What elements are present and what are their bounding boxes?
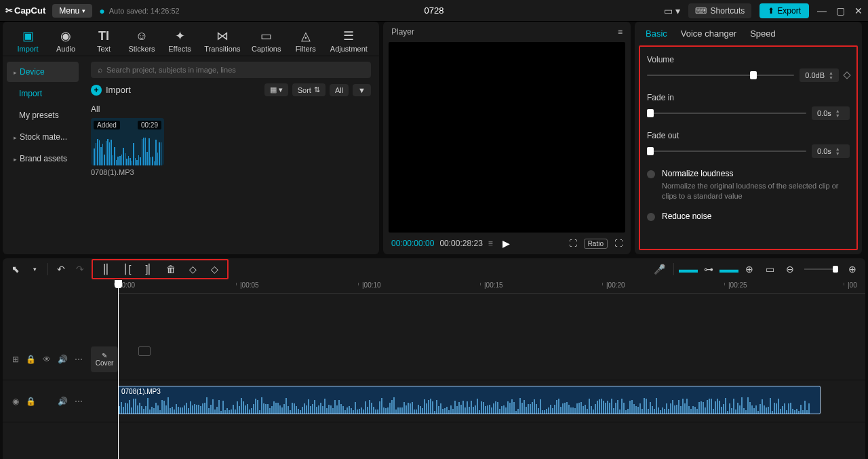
marker-out-icon[interactable]: ◇ bbox=[208, 263, 220, 275]
snap-icon[interactable]: ▬▬ bbox=[723, 263, 735, 275]
pencil-icon: ✎ bbox=[102, 352, 107, 359]
sidebar-item-presets[interactable]: My presets bbox=[7, 105, 79, 125]
preview-icon[interactable]: ▭ bbox=[764, 263, 776, 275]
search-input[interactable] bbox=[106, 66, 364, 74]
props-tab-basic[interactable]: Basic bbox=[646, 28, 667, 39]
track-mute-icon[interactable]: 🔊 bbox=[58, 397, 68, 406]
audio-track-icon[interactable]: ◉ bbox=[12, 397, 19, 406]
media-filename: 0708(1).MP3 bbox=[91, 168, 164, 176]
audio-icon: ◉ bbox=[60, 28, 71, 43]
zoom-in-icon[interactable]: ⊕ bbox=[846, 263, 859, 275]
tab-stickers[interactable]: ☺Stickers bbox=[123, 26, 160, 56]
marker-in-icon[interactable]: ◇ bbox=[186, 263, 199, 275]
menu-button[interactable]: Menu ▾ bbox=[52, 4, 92, 18]
sidebar-item-brand[interactable]: ▸Brand assets bbox=[7, 148, 79, 169]
adjustment-icon: ☰ bbox=[343, 28, 354, 43]
sidebar-item-stock[interactable]: ▸Stock mate... bbox=[7, 127, 79, 147]
list-icon[interactable]: ≡ bbox=[488, 239, 493, 248]
track-lock-icon[interactable]: 🔒 bbox=[26, 355, 36, 364]
normalize-checkbox[interactable] bbox=[647, 170, 655, 178]
tab-filters[interactable]: ◬Filters bbox=[288, 26, 324, 56]
reduce-noise-checkbox[interactable] bbox=[647, 213, 655, 221]
mic-icon[interactable]: 🎤 bbox=[653, 263, 665, 275]
fadeout-value[interactable]: 0.0s▲▼ bbox=[812, 144, 850, 158]
sidebar-item-import[interactable]: Import bbox=[7, 83, 79, 104]
shortcuts-button[interactable]: ⌨Shortcuts bbox=[688, 3, 752, 18]
zoom-slider[interactable] bbox=[804, 268, 838, 270]
tab-effects[interactable]: ✦Effects bbox=[161, 26, 198, 56]
tab-import[interactable]: ▣Import bbox=[9, 26, 46, 56]
media-item[interactable]: Added 00:29 0708(1).MP3 bbox=[91, 118, 164, 176]
captions-icon: ▭ bbox=[260, 28, 272, 43]
track-more-icon[interactable]: ⋯ bbox=[75, 397, 83, 406]
normalize-desc: Normalize the original loudness of the s… bbox=[662, 181, 850, 202]
tab-transitions[interactable]: ⋈Transitions bbox=[199, 26, 245, 56]
close-icon[interactable]: ✕ bbox=[854, 5, 863, 16]
duration-label: 00:29 bbox=[138, 121, 161, 129]
video-placeholder[interactable] bbox=[138, 346, 151, 356]
cursor-tool-icon[interactable]: ⬉ bbox=[9, 263, 22, 275]
section-label-all: All bbox=[91, 104, 371, 114]
minimize-icon[interactable]: — bbox=[817, 5, 827, 16]
undo-icon[interactable]: ↶ bbox=[55, 263, 67, 275]
fadein-slider[interactable] bbox=[647, 113, 806, 114]
project-title: 0728 bbox=[425, 5, 444, 16]
volume-value[interactable]: 0.0dB▲▼ bbox=[800, 68, 839, 82]
player-title: Player bbox=[391, 27, 414, 37]
search-icon: ⌕ bbox=[98, 65, 102, 75]
zoom-out-icon[interactable]: ⊖ bbox=[784, 263, 796, 275]
app-logo: ✂ CapCut bbox=[5, 5, 45, 16]
volume-slider[interactable] bbox=[647, 75, 794, 76]
fadein-label: Fade in bbox=[647, 93, 850, 102]
link-icon[interactable]: ⊶ bbox=[703, 263, 715, 275]
playhead[interactable] bbox=[118, 280, 119, 459]
ratio-button[interactable]: Ratio bbox=[584, 239, 608, 249]
audio-clip[interactable]: 0708(1).MP3 bbox=[118, 386, 821, 414]
sidebar-item-device[interactable]: ▸Device bbox=[7, 62, 79, 82]
import-button[interactable]: +Import bbox=[91, 85, 131, 96]
tab-audio[interactable]: ◉Audio bbox=[47, 26, 84, 56]
maximize-icon[interactable]: ▢ bbox=[836, 5, 845, 16]
view-grid-button[interactable]: ▦ ▾ bbox=[264, 83, 288, 96]
props-tab-voice[interactable]: Voice changer bbox=[681, 28, 736, 39]
props-tab-speed[interactable]: Speed bbox=[750, 28, 776, 39]
play-button[interactable]: ▶ bbox=[502, 238, 510, 249]
track-settings-icon[interactable]: ⊞ bbox=[12, 355, 19, 364]
fullscreen-icon[interactable]: ⛶ bbox=[614, 239, 623, 248]
export-button[interactable]: ⬆Export bbox=[760, 3, 809, 18]
split-icon[interactable]: ⎥⎢ bbox=[100, 263, 112, 275]
crop-icon[interactable]: ⛶ bbox=[569, 239, 577, 248]
track-lock-icon[interactable]: 🔒 bbox=[26, 397, 36, 406]
track-more-icon[interactable]: ⋯ bbox=[75, 355, 83, 364]
filter-icon-button[interactable]: ▼ bbox=[353, 84, 371, 96]
transitions-icon: ⋈ bbox=[216, 28, 229, 43]
player-viewport[interactable] bbox=[389, 42, 625, 233]
edit-tools-highlight: ⎥⎢ ⎢[ ]⎢ 🗑 ◇ ◇ bbox=[92, 259, 229, 279]
ruler-tick: |00:05 bbox=[240, 281, 259, 289]
tab-captions[interactable]: ▭Captions bbox=[247, 26, 286, 56]
sort-button[interactable]: Sort ⇅ bbox=[292, 83, 326, 96]
cover-button[interactable]: ✎ Cover bbox=[91, 346, 118, 372]
filter-all-button[interactable]: All bbox=[330, 84, 349, 96]
stickers-icon: ☺ bbox=[136, 28, 148, 43]
track-mute-icon[interactable]: 🔊 bbox=[58, 355, 68, 364]
aspect-icon[interactable]: ▭ ▾ bbox=[664, 5, 680, 16]
ruler-tick: |00:25 bbox=[728, 281, 747, 289]
split-left-icon[interactable]: ⎢[ bbox=[121, 263, 134, 275]
align-icon[interactable]: ⊕ bbox=[743, 263, 755, 275]
keyframe-icon[interactable] bbox=[843, 71, 850, 79]
tab-text[interactable]: TIText bbox=[85, 26, 122, 56]
redo-icon[interactable]: ↷ bbox=[74, 263, 86, 275]
import-icon: ▣ bbox=[22, 28, 34, 43]
player-menu-icon[interactable]: ≡ bbox=[618, 27, 623, 37]
time-current: 00:00:00:00 bbox=[391, 239, 434, 248]
track-eye-icon[interactable]: 👁 bbox=[43, 355, 51, 364]
search-box[interactable]: ⌕ bbox=[91, 62, 371, 78]
tab-adjustment[interactable]: ☰Adjustment bbox=[326, 26, 372, 56]
cursor-dropdown-icon[interactable]: ▾ bbox=[28, 263, 41, 275]
magnet-icon[interactable]: ▬▬ bbox=[682, 263, 694, 275]
fadeout-slider[interactable] bbox=[647, 151, 806, 152]
delete-icon[interactable]: 🗑 bbox=[165, 263, 177, 275]
split-right-icon[interactable]: ]⎢ bbox=[143, 263, 155, 275]
fadein-value[interactable]: 0.0s▲▼ bbox=[812, 106, 850, 120]
